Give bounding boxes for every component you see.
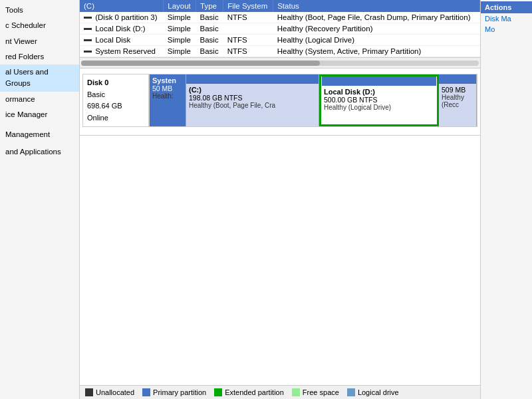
legend-logical: Logical drive	[347, 388, 399, 396]
row-0-type: Basic	[196, 12, 223, 23]
action-item-disk-ma[interactable]: Disk Ma	[481, 13, 532, 24]
partition-recovery[interactable]: 509 MB Healthy (Recc	[439, 74, 477, 126]
sidebar-item-scheduler[interactable]: c Scheduler	[0, 18, 79, 33]
part-c-status: Healthy (Boot, Page File, Cra	[189, 102, 316, 109]
part-c-header	[186, 74, 319, 84]
part-d-size: 500.00 GB NTFS	[324, 96, 434, 104]
row-1-name: Local Disk (D:)	[80, 23, 164, 35]
row-3-name: System Reserved	[80, 46, 164, 57]
row-2-name: Local Disk	[80, 35, 164, 46]
sidebar: Tools c Scheduler nt Viewer red Folders …	[0, 0, 80, 399]
legend-primary: Primary partition	[142, 388, 206, 396]
disk-type: Basic	[87, 89, 144, 101]
row-2-layout: Simple	[164, 35, 196, 46]
disk-size: 698.64 GB	[87, 100, 144, 112]
part-recovery-header	[439, 74, 476, 84]
legend-label-primary: Primary partition	[153, 388, 206, 396]
row-3-name-text: System Reserved	[95, 47, 156, 55]
sidebar-item-users-groups[interactable]: al Users and Groups	[0, 65, 79, 92]
table-row[interactable]: Local Disk (D:) Simple Basic Healthy (Re…	[80, 23, 480, 35]
content-area: (C) Layout Type File System Status (Disk…	[80, 0, 480, 399]
row-2-name-text: Local Disk	[95, 36, 130, 44]
sidebar-item-performance[interactable]: ormance	[0, 92, 79, 107]
partition-table: (C) Layout Type File System Status (Disk…	[80, 0, 480, 57]
part-c-name: (C:)	[189, 86, 316, 94]
scrollbar-track	[81, 61, 479, 66]
legend-box-free	[292, 388, 300, 396]
col-header-type: Type	[196, 0, 223, 12]
part-recovery-size: 509 MB	[442, 86, 473, 94]
legend-box-primary	[142, 388, 150, 396]
scrollbar-thumb	[81, 61, 320, 66]
action-item-mo[interactable]: Mo	[481, 24, 532, 35]
row-3-fs: NTFS	[223, 46, 273, 57]
sidebar-item-folders[interactable]: red Folders	[0, 49, 79, 65]
main-container: Tools c Scheduler nt Viewer red Folders …	[0, 0, 532, 399]
sidebar-item-tools[interactable]: Tools	[0, 3, 79, 18]
legend-box-logical	[347, 388, 355, 396]
row-1-name-text: Local Disk (D:)	[95, 25, 145, 33]
part-d-header	[322, 76, 436, 86]
legend-unallocated: Unallocated	[85, 388, 134, 396]
row-2-fs: NTFS	[223, 35, 273, 46]
table-row[interactable]: System Reserved Simple Basic NTFS Health…	[80, 46, 480, 57]
row-0-name: (Disk 0 partition 3)	[80, 12, 164, 23]
row-0-fs: NTFS	[223, 12, 273, 23]
row-1-type: Basic	[196, 23, 223, 35]
disk-info: Disk 0 Basic 698.64 GB Online	[82, 74, 149, 127]
partition-system[interactable]: Systen 50 MB Health:	[150, 74, 186, 126]
row-1-fs	[223, 23, 273, 35]
row-0-name-text: (Disk 0 partition 3)	[95, 13, 157, 21]
row-0-status: Healthy (Boot, Page File, Crash Dump, Pr…	[273, 12, 480, 23]
part-system-name: Systen	[152, 76, 183, 84]
legend-box-unallocated	[85, 388, 93, 396]
legend-label-extended: Extended partition	[225, 388, 284, 396]
legend-box-extended	[214, 388, 222, 396]
actions-header: Actions	[481, 1, 532, 13]
part-system-status: Health:	[152, 92, 183, 100]
legend-label-unallocated: Unallocated	[96, 388, 134, 396]
col-header-name: (C)	[80, 0, 164, 12]
part-d-name: Local Disk (D:)	[324, 88, 434, 96]
disk-row: Disk 0 Basic 698.64 GB Online Systen 50 …	[82, 74, 477, 127]
col-header-status: Status	[273, 0, 480, 12]
legend-label-logical: Logical drive	[358, 388, 399, 396]
partition-d[interactable]: Local Disk (D:) 500.00 GB NTFS Healthy (…	[319, 74, 439, 126]
dash-icon-0	[84, 17, 92, 19]
dash-icon-2	[84, 39, 92, 41]
sidebar-section-management: Management	[0, 129, 79, 140]
horizontal-scrollbar[interactable]	[80, 57, 480, 68]
part-system-size: 50 MB	[152, 84, 183, 92]
dash-icon-1	[84, 28, 92, 30]
legend-bar: Unallocated Primary partition Extended p…	[80, 385, 480, 399]
part-d-status: Healthy (Logical Drive)	[324, 104, 434, 111]
content-spacer	[80, 136, 480, 385]
legend-free: Free space	[292, 388, 339, 396]
row-1-status: Healthy (Recovery Partition)	[273, 23, 480, 35]
col-header-layout: Layout	[164, 0, 196, 12]
part-c-size: 198.08 GB NTFS	[189, 94, 316, 102]
sidebar-section-applications: and Applications	[0, 146, 79, 157]
row-3-status: Healthy (System, Active, Primary Partiti…	[273, 46, 480, 57]
legend-label-free: Free space	[303, 388, 339, 396]
part-recovery-status: Healthy (Recc	[442, 94, 473, 108]
table-row[interactable]: Local Disk Simple Basic NTFS Healthy (Lo…	[80, 35, 480, 46]
row-1-layout: Simple	[164, 23, 196, 35]
row-3-type: Basic	[196, 46, 223, 57]
actions-panel: Actions Disk Ma Mo	[480, 0, 532, 399]
partition-table-section: (C) Layout Type File System Status (Disk…	[80, 0, 480, 68]
dash-icon-3	[84, 51, 92, 53]
disk-status: Online	[87, 112, 144, 124]
row-2-type: Basic	[196, 35, 223, 46]
row-2-status: Healthy (Logical Drive)	[273, 35, 480, 46]
disk-section: Disk 0 Basic 698.64 GB Online Systen 50 …	[80, 68, 480, 136]
sidebar-item-viewer[interactable]: nt Viewer	[0, 34, 79, 49]
legend-extended: Extended partition	[214, 388, 284, 396]
partition-c[interactable]: (C:) 198.08 GB NTFS Healthy (Boot, Page …	[186, 74, 319, 126]
col-header-fs: File System	[223, 0, 273, 12]
table-row[interactable]: (Disk 0 partition 3) Simple Basic NTFS H…	[80, 12, 480, 23]
disk-name: Disk 0	[87, 77, 144, 89]
sidebar-item-device-manager[interactable]: ice Manager	[0, 107, 79, 122]
row-0-layout: Simple	[164, 12, 196, 23]
disk-partitions: Systen 50 MB Health: (C:) 198.08 GB NTFS…	[149, 74, 477, 127]
